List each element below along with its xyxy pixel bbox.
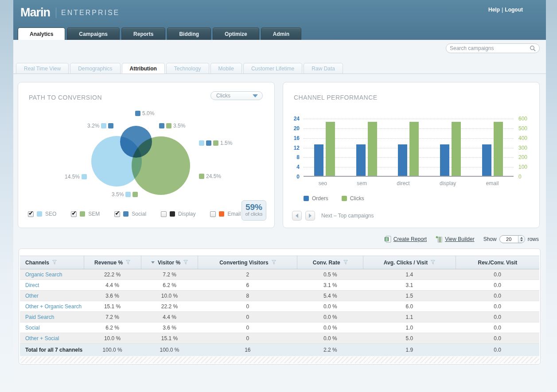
pager-note: Next – Top campaigns <box>321 213 374 219</box>
clicks-bar-display[interactable] <box>452 122 461 176</box>
venn-legend-label: SEM <box>88 211 100 217</box>
column-header-conv-rate[interactable]: Conv. Rate <box>297 256 363 269</box>
venn-diagram: 5.0%3.2%3.5%1.5%24.5%14.5%3.5% <box>18 108 274 212</box>
venn-legend-item-email[interactable]: Email <box>210 211 241 217</box>
subtab-mobile[interactable]: Mobile <box>210 63 242 74</box>
subtab-real-time-view[interactable]: Real Time View <box>16 63 69 74</box>
create-report-control[interactable]: Create Report <box>384 236 427 243</box>
column-header-converting-visitors[interactable]: Converting Visitors <box>198 256 297 269</box>
rows-stepper[interactable]: 20 <box>499 235 525 243</box>
main-tab-admin[interactable]: Admin <box>261 27 301 40</box>
column-header-channels[interactable]: Channels <box>20 256 84 269</box>
clicks-bar-sem[interactable] <box>368 122 377 176</box>
filter-funnel-icon[interactable] <box>52 260 57 265</box>
table-row: Other + Organic Search15.1 %22.2 %00.0 %… <box>20 301 539 312</box>
channel-link[interactable]: Other + Organic Search <box>25 303 82 310</box>
column-header-rev-conv-visit[interactable]: Rev./Conv. Visit <box>456 256 539 269</box>
orders-bar-seo[interactable] <box>314 144 323 176</box>
badge-value: 59% <box>242 203 266 211</box>
channel-cell: Social <box>20 322 84 333</box>
email-checkbox[interactable] <box>210 211 216 217</box>
channel-link[interactable]: Paid Search <box>25 314 54 320</box>
total-label-cell: Total for all 7 channels <box>20 344 84 356</box>
venn-legend-label: Email <box>227 211 241 217</box>
panel-title-path: PATH TO CONVERSION <box>29 94 102 101</box>
value-cell: 0.0 % <box>297 301 363 312</box>
view-builder-link[interactable]: View Builder <box>445 236 474 242</box>
value-cell: 4.4 % <box>141 312 198 322</box>
analytics-subtabs: Real Time ViewDemographicsAttributionTec… <box>13 63 546 74</box>
help-link[interactable]: Help <box>488 7 500 13</box>
chart-legend-label: Orders <box>312 195 328 202</box>
channel-link[interactable]: Other <box>25 293 39 299</box>
filter-funnel-icon[interactable] <box>431 260 435 265</box>
filter-funnel-icon[interactable] <box>126 260 130 265</box>
table-header-row: ChannelsRevenue %Visitor %Converting Vis… <box>20 256 539 269</box>
view-builder-control[interactable]: View Builder <box>436 236 474 243</box>
search-icon[interactable] <box>530 45 536 51</box>
column-header-label: Revenue % <box>94 260 123 266</box>
venn-legend-item-display[interactable]: Display <box>161 211 195 217</box>
channel-performance-panel: CHANNEL PERFORMANCE 00410082001230016400… <box>283 82 540 228</box>
orders-bar-sem[interactable] <box>356 144 366 176</box>
metric-dropdown[interactable]: Clicks <box>210 91 263 100</box>
column-header-avg-clicks-visit[interactable]: Avg. Clicks / Visit <box>363 256 456 269</box>
next-chart-button[interactable] <box>305 211 315 221</box>
orders-bar-email[interactable] <box>482 144 491 176</box>
value-cell: 3.6 % <box>141 322 198 333</box>
filter-funnel-icon[interactable] <box>183 260 188 265</box>
value-cell: 0 <box>198 301 297 312</box>
value-cell: 0 <box>198 333 297 344</box>
subtab-technology[interactable]: Technology <box>166 63 209 74</box>
main-tab-optimize[interactable]: Optimize <box>213 27 259 40</box>
stepper-arrows-icon[interactable] <box>518 236 525 243</box>
clicks-bar-seo[interactable] <box>326 122 335 176</box>
value-cell: 0.0 % <box>297 322 363 333</box>
orders-bar-display[interactable] <box>440 144 449 176</box>
value-cell: 0.0 <box>456 301 539 312</box>
subtab-raw-data[interactable]: Raw Data <box>304 63 343 74</box>
subtab-attribution[interactable]: Attribution <box>122 63 165 74</box>
venn-legend-item-sem[interactable]: SEM <box>71 211 100 217</box>
channel-link[interactable]: Other + Social <box>25 335 59 342</box>
venn-label-text: 3.2% <box>87 123 99 129</box>
channel-link[interactable]: Social <box>25 325 40 331</box>
filter-funnel-icon[interactable] <box>343 260 348 265</box>
prev-chart-button[interactable] <box>292 211 302 221</box>
display-checkbox[interactable] <box>161 211 167 217</box>
value-cell: 0.0 % <box>297 312 363 322</box>
subtab-customer-lifetime[interactable]: Customer Lifetime <box>243 63 302 74</box>
seo-checkbox[interactable] <box>28 211 34 217</box>
excel-report-icon <box>384 236 391 243</box>
clicks-bar-email[interactable] <box>494 122 503 176</box>
logout-link[interactable]: Logout <box>505 7 523 13</box>
channel-link[interactable]: Organic Search <box>25 272 62 278</box>
campaign-search-box[interactable] <box>446 43 540 53</box>
value-cell: 0.0 % <box>297 333 363 344</box>
social-checkbox[interactable] <box>114 211 120 217</box>
table-total-row: Total for all 7 channels100.0 %100.0 %16… <box>20 344 539 356</box>
column-header-visitor[interactable]: Visitor % <box>141 256 198 269</box>
main-tab-analytics[interactable]: Analytics <box>18 27 65 40</box>
main-tab-campaigns[interactable]: Campaigns <box>67 27 120 40</box>
column-header-revenue[interactable]: Revenue % <box>84 256 141 269</box>
rows-stepper-value: 20 <box>500 236 518 243</box>
table-controls: Create Report View Builder Show 20 <box>13 228 546 248</box>
main-tab-reports[interactable]: Reports <box>121 27 165 40</box>
clicks-bar-direct[interactable] <box>409 122 419 176</box>
filter-funnel-icon[interactable] <box>272 260 276 265</box>
search-input[interactable] <box>450 45 530 51</box>
create-report-link[interactable]: Create Report <box>393 236 427 242</box>
subtab-demographics[interactable]: Demographics <box>70 63 120 74</box>
main-tab-bidding[interactable]: Bidding <box>167 27 211 40</box>
bar-group-email <box>482 119 503 176</box>
right-axis-tick: 600 <box>518 116 527 122</box>
left-axis-tick: 16 <box>294 135 300 141</box>
value-cell: 0.0 <box>456 291 539 301</box>
orders-bar-direct[interactable] <box>398 144 407 176</box>
channel-link[interactable]: Direct <box>25 282 39 288</box>
sem-checkbox[interactable] <box>71 211 77 217</box>
venn-legend-item-seo[interactable]: SEO <box>28 211 56 217</box>
venn-legend-item-social[interactable]: Social <box>114 211 146 217</box>
right-axis-tick: 0 <box>518 174 522 180</box>
